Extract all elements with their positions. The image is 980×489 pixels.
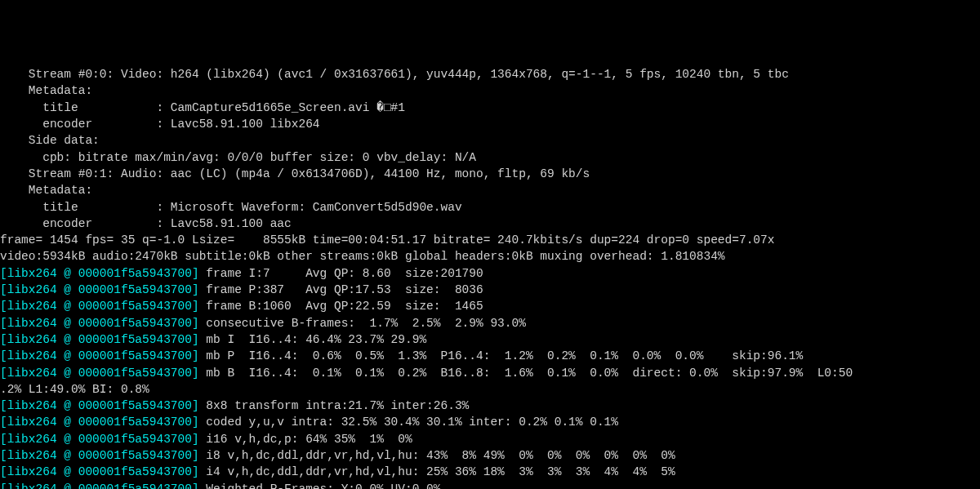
log-prefix: [libx264 @ 000001f5a5943700]	[0, 433, 199, 446]
terminal-line: [libx264 @ 000001f5a5943700] i4 v,h,dc,d…	[0, 464, 980, 480]
terminal-line: Stream #0:0: Video: h264 (libx264) (avc1…	[0, 66, 980, 82]
log-prefix: [libx264 @ 000001f5a5943700]	[0, 267, 199, 280]
log-message: Weighted P-Frames: Y:0.0% UV:0.0%	[199, 482, 441, 489]
terminal-line: title : Microsoft Waveform: CamConvert5d…	[0, 199, 980, 216]
log-message: coded y,u,v intra: 32.5% 30.4% 30.1% int…	[199, 416, 618, 429]
terminal-line: [libx264 @ 000001f5a5943700] 8x8 transfo…	[0, 398, 980, 414]
log-prefix: [libx264 @ 000001f5a5943700]	[0, 465, 199, 478]
log-prefix: [libx264 @ 000001f5a5943700]	[0, 349, 199, 362]
terminal-line: [libx264 @ 000001f5a5943700] mb I I16..4…	[0, 331, 980, 348]
log-message: consecutive B-frames: 1.7% 2.5% 2.9% 93.…	[199, 317, 526, 330]
terminal-line: [libx264 @ 000001f5a5943700] frame I:7 A…	[0, 265, 980, 282]
terminal-line: .2% L1:49.0% BI: 0.8%	[0, 381, 980, 398]
log-message: frame B:1060 Avg QP:22.59 size: 1465	[199, 300, 483, 313]
terminal-line: Stream #0:1: Audio: aac (LC) (mp4a / 0x6…	[0, 166, 980, 182]
terminal-line: [libx264 @ 000001f5a5943700] mb B I16..4…	[0, 365, 980, 381]
terminal-line: encoder : Lavc58.91.100 aac	[0, 216, 980, 232]
terminal-output: Stream #0:0: Video: h264 (libx264) (avc1…	[0, 66, 980, 489]
terminal-line: video:5934kB audio:2470kB subtitle:0kB o…	[0, 248, 980, 265]
terminal-line: [libx264 @ 000001f5a5943700] i16 v,h,dc,…	[0, 431, 980, 447]
log-message: frame P:387 Avg QP:17.53 size: 8036	[199, 283, 483, 296]
log-message: mb I I16..4: 46.4% 23.7% 29.9%	[199, 333, 426, 346]
terminal-line: [libx264 @ 000001f5a5943700] frame P:387…	[0, 282, 980, 298]
log-message: i8 v,h,dc,ddl,ddr,vr,hd,vl,hu: 43% 8% 49…	[199, 449, 675, 462]
log-prefix: [libx264 @ 000001f5a5943700]	[0, 367, 199, 380]
log-prefix: [libx264 @ 000001f5a5943700]	[0, 482, 199, 489]
log-message: mb B I16..4: 0.1% 0.1% 0.2% B16..8: 1.6%…	[199, 367, 853, 380]
terminal-line: [libx264 @ 000001f5a5943700] consecutive…	[0, 315, 980, 331]
log-message: i16 v,h,dc,p: 64% 35% 1% 0%	[199, 433, 412, 446]
log-prefix: [libx264 @ 000001f5a5943700]	[0, 333, 199, 346]
log-prefix: [libx264 @ 000001f5a5943700]	[0, 300, 199, 313]
log-message: i4 v,h,dc,ddl,ddr,vr,hd,vl,hu: 25% 36% 1…	[199, 465, 675, 478]
log-prefix: [libx264 @ 000001f5a5943700]	[0, 449, 199, 462]
log-prefix: [libx264 @ 000001f5a5943700]	[0, 416, 199, 429]
terminal-line: Side data:	[0, 132, 980, 149]
terminal-line: [libx264 @ 000001f5a5943700] i8 v,h,dc,d…	[0, 447, 980, 464]
log-prefix: [libx264 @ 000001f5a5943700]	[0, 317, 199, 330]
terminal-line: title : CamCapture5d1665e_Screen.avi �□#…	[0, 100, 980, 116]
log-prefix: [libx264 @ 000001f5a5943700]	[0, 399, 199, 412]
terminal-line: [libx264 @ 000001f5a5943700] mb P I16..4…	[0, 348, 980, 364]
terminal-line: [libx264 @ 000001f5a5943700] frame B:106…	[0, 298, 980, 314]
terminal-line: Metadata:	[0, 182, 980, 198]
terminal-line: Metadata:	[0, 82, 980, 99]
log-prefix: [libx264 @ 000001f5a5943700]	[0, 283, 199, 296]
terminal-line: [libx264 @ 000001f5a5943700] Weighted P-…	[0, 481, 980, 489]
log-message: frame I:7 Avg QP: 8.60 size:201790	[199, 267, 483, 280]
terminal-line: frame= 1454 fps= 35 q=-1.0 Lsize= 8555kB…	[0, 232, 980, 248]
terminal-line: encoder : Lavc58.91.100 libx264	[0, 116, 980, 132]
terminal-line: cpb: bitrate max/min/avg: 0/0/0 buffer s…	[0, 149, 980, 166]
log-message: 8x8 transform intra:21.7% inter:26.3%	[199, 399, 470, 412]
terminal-line: [libx264 @ 000001f5a5943700] coded y,u,v…	[0, 414, 980, 430]
log-message: mb P I16..4: 0.6% 0.5% 1.3% P16..4: 1.2%…	[199, 349, 804, 362]
